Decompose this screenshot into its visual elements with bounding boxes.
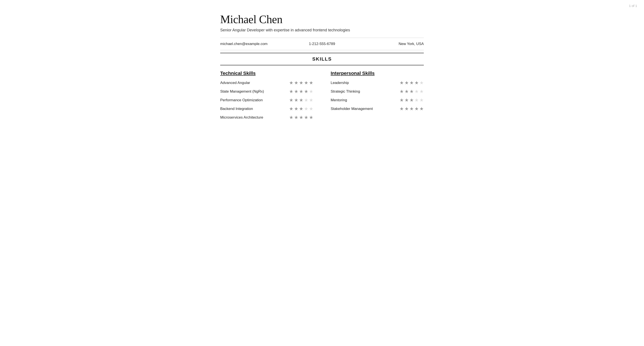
skill-row: Stakeholder Management ★★★★★ [331,106,424,112]
star-rating: ★★★★★ [289,97,313,103]
candidate-subtitle: Senior Angular Developer with expertise … [220,28,424,32]
contact-section: michael.chen@example.com 1-212-555-6789 … [220,38,424,50]
contact-phone: 1-212-555-6789 [288,42,356,46]
skill-row: Performance Optimization ★★★★★ [220,97,313,103]
candidate-name: Michael Chen [220,13,424,26]
skill-name: Leadership [331,81,396,85]
star-rating: ★★★★★ [289,89,313,94]
skills-section-title: SKILLS [220,53,424,65]
star-rating: ★★★★★ [289,80,313,86]
technical-skills-heading: Technical Skills [220,70,313,76]
skill-name: Advanced Angular [220,81,286,85]
skill-name: Strategic Thinking [331,89,396,94]
contact-email: michael.chen@example.com [220,42,288,46]
skill-row: Strategic Thinking ★★★★★ [331,89,424,94]
technical-skills-column: Technical Skills Advanced Angular ★★★★★ … [220,70,322,123]
interpersonal-skills-list: Leadership ★★★★★ Strategic Thinking ★★★★… [331,80,424,112]
skill-name: Microservices Architecture [220,115,286,120]
resume-document: Michael Chen Senior Angular Developer wi… [203,0,441,141]
skill-row: Backend Integration ★★★★★ [220,106,313,112]
skill-name: Performance Optimization [220,98,286,102]
interpersonal-skills-column: Interpersonal Skills Leadership ★★★★★ St… [322,70,424,123]
skill-row: Mentoring ★★★★★ [331,97,424,103]
skills-section: SKILLS Technical Skills Advanced Angular… [220,53,424,123]
skill-name: State Management (NgRx) [220,89,286,94]
page-counter: 1 of 1 [629,4,637,7]
skill-name: Backend Integration [220,107,286,111]
star-rating: ★★★★★ [400,106,424,112]
star-rating: ★★★★★ [289,115,313,120]
star-rating: ★★★★★ [400,97,424,103]
skill-name: Stakeholder Management [331,107,396,111]
skill-row: State Management (NgRx) ★★★★★ [220,89,313,94]
skills-columns: Technical Skills Advanced Angular ★★★★★ … [220,70,424,123]
skill-row: Leadership ★★★★★ [331,80,424,86]
section-divider-bottom [220,65,424,65]
skill-row: Microservices Architecture ★★★★★ [220,115,313,120]
interpersonal-skills-heading: Interpersonal Skills [331,70,424,76]
star-rating: ★★★★★ [400,89,424,94]
contact-location: New York, USA [356,42,424,46]
star-rating: ★★★★★ [400,80,424,86]
star-rating: ★★★★★ [289,106,313,112]
skill-name: Mentoring [331,98,396,102]
header-section: Michael Chen Senior Angular Developer wi… [220,13,424,32]
technical-skills-list: Advanced Angular ★★★★★ State Management … [220,80,313,120]
skill-row: Advanced Angular ★★★★★ [220,80,313,86]
